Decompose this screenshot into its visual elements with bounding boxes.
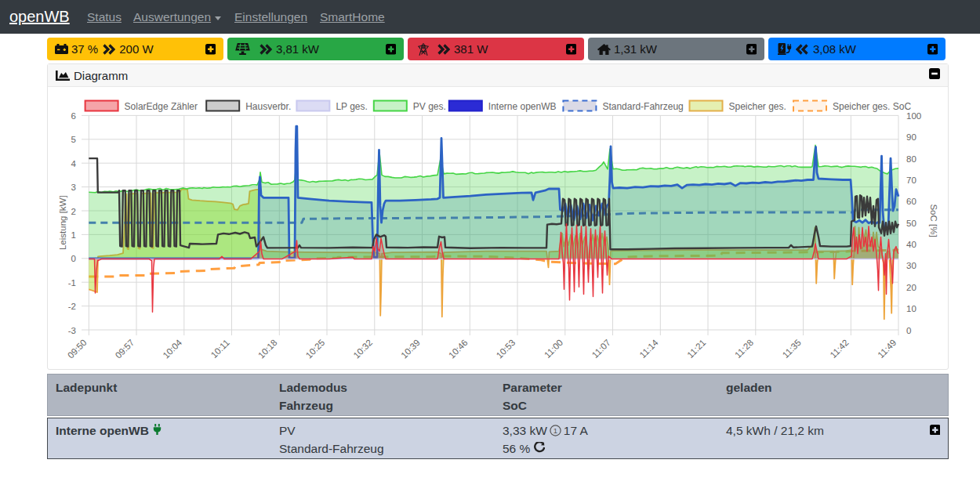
svg-text:10:18: 10:18 [256,338,279,360]
svg-text:11:07: 11:07 [590,338,612,360]
svg-text:Leistung [kW]: Leistung [kW] [58,195,67,250]
svg-text:09:50: 09:50 [66,338,89,360]
svg-text:Hausverbr.: Hausverbr. [245,101,291,112]
svg-text:20: 20 [906,283,916,292]
svg-text:-2: -2 [68,302,76,311]
svg-text:0: 0 [71,254,76,263]
svg-text:10:46: 10:46 [447,338,470,360]
svg-text:PV ges.: PV ges. [413,101,446,112]
svg-text:4: 4 [71,159,77,168]
svg-text:3: 3 [71,183,76,192]
svg-text:10:53: 10:53 [495,338,517,360]
svg-text:09:57: 09:57 [114,338,136,360]
svg-text:1: 1 [71,230,76,240]
svg-text:Interne openWB: Interne openWB [488,101,557,112]
svg-text:Speicher ges. SoC: Speicher ges. SoC [833,101,911,112]
svg-text:80: 80 [906,154,916,164]
svg-text:5: 5 [71,135,76,144]
svg-text:11:14: 11:14 [637,338,660,360]
svg-text:11:35: 11:35 [781,338,803,360]
svg-text:10:25: 10:25 [304,338,327,360]
svg-text:0: 0 [906,326,911,335]
svg-text:10:32: 10:32 [351,338,374,360]
svg-text:11:21: 11:21 [685,338,707,360]
svg-text:11:42: 11:42 [828,338,850,360]
svg-text:LP ges.: LP ges. [336,101,367,112]
svg-text:10:11: 10:11 [209,338,231,360]
svg-text:40: 40 [906,240,916,249]
svg-text:50: 50 [906,219,916,228]
svg-text:SoC [%]: SoC [%] [929,204,938,237]
svg-text:10:39: 10:39 [399,338,422,360]
svg-text:60: 60 [906,197,916,206]
svg-text:11:49: 11:49 [876,338,898,360]
svg-text:10:04: 10:04 [161,338,183,360]
svg-text:100: 100 [906,111,921,121]
svg-text:2: 2 [71,207,76,216]
svg-text:70: 70 [906,176,916,185]
svg-text:30: 30 [906,261,916,270]
svg-text:Speicher ges.: Speicher ges. [729,101,786,112]
svg-text:10: 10 [906,304,916,313]
svg-text:-3: -3 [68,326,76,335]
svg-text:1: 1 [554,426,557,435]
svg-text:-1: -1 [68,278,76,288]
svg-text:11:00: 11:00 [543,338,564,360]
svg-text:90: 90 [906,132,916,142]
svg-text:SolarEdge Zähler: SolarEdge Zähler [125,101,198,112]
svg-text:6: 6 [71,111,76,121]
svg-text:11:28: 11:28 [733,338,755,360]
svg-text:Standard-Fahrzeug: Standard-Fahrzeug [602,101,683,112]
